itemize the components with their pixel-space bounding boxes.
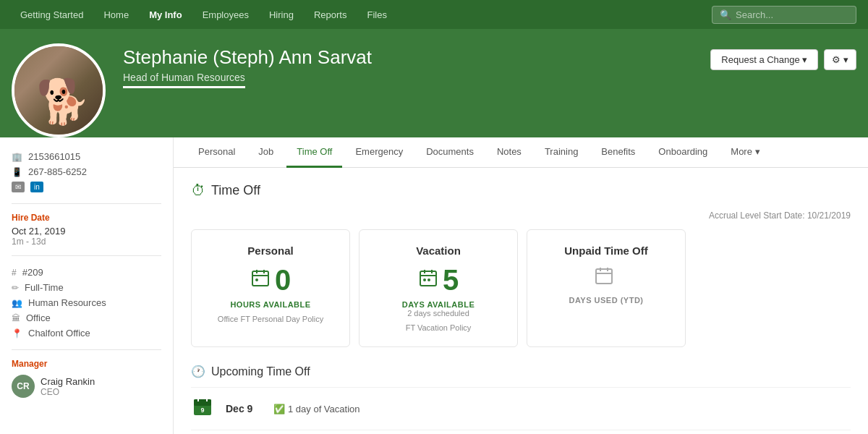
profile-actions: Request a Change ▾ ⚙ ▾: [710, 41, 856, 70]
timeoff-title-text: Time Off: [211, 183, 260, 198]
manager-avatar: CR: [12, 375, 35, 398]
card-vacation-number: 5: [443, 265, 459, 294]
nav-item-reports[interactable]: Reports: [305, 5, 356, 25]
hire-date-label: Hire Date: [12, 213, 161, 223]
tab-personal[interactable]: Personal: [188, 137, 245, 168]
upcoming-item-1: 9 Dec 9 ✅ 1 day of Vacation: [191, 387, 851, 430]
svg-rect-5: [420, 271, 436, 286]
card-unpaid-title: Unpaid Time Off: [545, 244, 668, 257]
profile-info: Stephanie (Steph) Ann Sarvat Head of Hum…: [123, 41, 710, 88]
check-icon-1: ✅: [273, 404, 285, 414]
tab-notes[interactable]: Notes: [487, 137, 532, 168]
mobile-phone-value: 267-885-6252: [28, 166, 87, 177]
employee-number-value: #209: [22, 267, 43, 278]
card-vacation-policy: FT Vacation Policy: [377, 323, 500, 332]
department-value: Human Resources: [28, 297, 106, 308]
sidebar: 🏢 2153661015 📱 267-885-6252 ✉ in Hire Da…: [0, 137, 174, 434]
upcoming-desc-text-1: 1 day of Vacation: [288, 404, 360, 414]
card-personal-unit: HOURS AVAILABLE: [209, 300, 332, 309]
upcoming-section-title: 🕐 Upcoming Time Off: [191, 365, 851, 378]
card-vacation-sub: 2 days scheduled: [377, 309, 500, 318]
tab-job[interactable]: Job: [248, 137, 284, 168]
upcoming-clock-icon: 🕐: [191, 365, 205, 378]
timeoff-cards: Personal 0 HOUR: [191, 229, 851, 347]
upcoming-desc-1: ✅ 1 day of Vacation: [273, 404, 360, 414]
upcoming-title-text: Upcoming Time Off: [211, 365, 310, 378]
contact-icons-row: ✉ in: [12, 179, 161, 195]
manager-row: CR Craig Rankin CEO: [12, 375, 161, 398]
card-unpaid-value-row: [545, 265, 668, 290]
sidebar-divider-3: [12, 349, 161, 350]
office-item: 🏛 Office: [12, 310, 161, 326]
search-input[interactable]: [736, 9, 851, 20]
nav-item-my-info[interactable]: My Info: [140, 5, 191, 25]
office-phone-value: 2153661015: [28, 151, 80, 162]
tab-emergency[interactable]: Emergency: [345, 137, 413, 168]
upcoming-cal-icon-1: 9: [191, 396, 214, 421]
manager-label: Manager: [12, 359, 161, 369]
profile-header: Stephanie (Steph) Ann Sarvat Head of Hum…: [0, 29, 868, 137]
page-content: ⏱ Time Off Accrual Level Start Date: 10/…: [174, 168, 868, 434]
department-item: 👥 Human Resources: [12, 295, 161, 310]
svg-point-4: [255, 278, 258, 281]
top-navigation: Getting Started Home My Info Employees H…: [0, 0, 868, 29]
search-box: 🔍: [712, 6, 856, 24]
card-unpaid-unit: DAYS USED (YTD): [545, 296, 668, 305]
hire-date-value: Oct 21, 2019: [12, 226, 161, 237]
timeoff-section-title: ⏱ Time Off: [191, 182, 851, 199]
card-personal-icon: [250, 268, 271, 292]
profile-title: Head of Human Resources: [123, 72, 245, 88]
card-personal-number: 0: [275, 265, 291, 294]
card-vacation-title: Vacation: [377, 244, 500, 257]
employment-type-icon: ✏: [12, 283, 19, 293]
card-personal-value-row: 0: [209, 265, 332, 294]
nav-item-getting-started[interactable]: Getting Started: [12, 5, 92, 25]
department-icon: 👥: [12, 298, 22, 308]
nav-item-employees[interactable]: Employees: [194, 5, 258, 25]
tab-time-off[interactable]: Time Off: [286, 137, 342, 168]
employment-type-value: Full-Time: [25, 282, 64, 293]
nav-item-home[interactable]: Home: [95, 5, 137, 25]
sidebar-divider-2: [12, 255, 161, 256]
tab-benefits[interactable]: Benefits: [591, 137, 645, 168]
nav-item-hiring[interactable]: Hiring: [260, 5, 302, 25]
office-value: Office: [26, 312, 51, 323]
sidebar-divider-1: [12, 203, 161, 204]
tab-training[interactable]: Training: [535, 137, 588, 168]
upcoming-date-1: Dec 9: [226, 403, 262, 414]
tab-bar: Personal Job Time Off Emergency Document…: [174, 137, 868, 168]
profile-name: Stephanie (Steph) Ann Sarvat: [123, 46, 710, 69]
request-change-button[interactable]: Request a Change ▾: [710, 49, 818, 70]
tab-documents[interactable]: Documents: [416, 137, 484, 168]
svg-rect-0: [252, 271, 268, 286]
employee-number-icon: #: [12, 268, 17, 278]
hire-since: 1m - 13d: [12, 237, 161, 247]
svg-point-9: [423, 278, 426, 281]
mobile-phone-icon: 📱: [12, 167, 22, 177]
linkedin-icon[interactable]: in: [30, 182, 43, 192]
tab-more[interactable]: More ▾: [720, 137, 770, 168]
card-unpaid-icon: [594, 265, 614, 290]
timeoff-card-vacation: Vacation 5: [359, 229, 518, 347]
office-phone-item: 🏢 2153661015: [12, 149, 161, 164]
timeoff-icon: ⏱: [191, 182, 205, 199]
card-vacation-icon: [418, 268, 438, 292]
avatar: [12, 43, 106, 137]
office-icon: 🏛: [12, 313, 20, 323]
tab-onboarding[interactable]: Onboarding: [648, 137, 718, 168]
accrual-info: Accrual Level Start Date: 10/21/2019: [191, 210, 851, 221]
svg-text:9: 9: [200, 407, 204, 414]
location-pin-icon: 📍: [12, 328, 22, 339]
svg-rect-16: [194, 399, 211, 406]
timeoff-card-personal: Personal 0 HOUR: [191, 229, 350, 347]
nav-item-files[interactable]: Files: [358, 5, 395, 25]
employment-type-item: ✏ Full-Time: [12, 280, 161, 295]
card-vacation-unit: DAYS AVAILABLE: [377, 300, 500, 309]
svg-point-10: [427, 278, 430, 281]
content-area: 🏢 2153661015 📱 267-885-6252 ✉ in Hire Da…: [0, 137, 868, 434]
card-personal-policy: Office FT Personal Day Policy: [209, 315, 332, 323]
settings-button[interactable]: ⚙ ▾: [824, 49, 856, 70]
employee-number-item: # #209: [12, 265, 161, 280]
office-phone-icon: 🏢: [12, 152, 22, 162]
email-icon[interactable]: ✉: [12, 182, 25, 192]
